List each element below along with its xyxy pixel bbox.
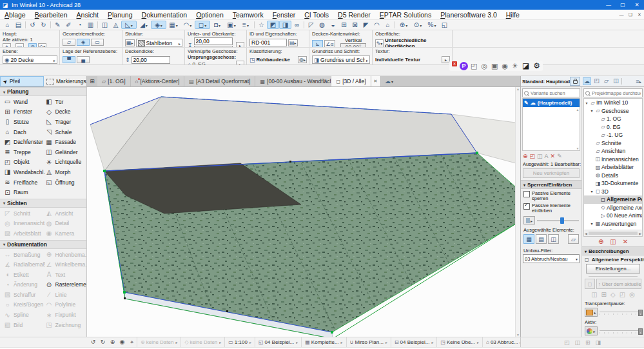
menu-item[interactable]: CI Tools (300, 11, 333, 19)
menu-item[interactable]: Ablage (0, 11, 30, 19)
drag-copy-icon[interactable]: ⊕ (396, 21, 411, 29)
toolbox-item[interactable]: ◺ Träger (45, 117, 87, 127)
lock-variant-button[interactable] (570, 77, 580, 86)
model-canvas[interactable] (87, 87, 516, 337)
window-cascade-icon[interactable]: ⊠ (349, 21, 360, 29)
tree-item[interactable]: ▱ 0. EG (584, 123, 642, 132)
tree-caret-icon[interactable]: ▾ (589, 221, 594, 226)
tree-item[interactable]: ◻ Allgemeine Perspek (584, 195, 642, 204)
above-current-button[interactable]: ↑ Über dem aktuellen ... (596, 279, 641, 289)
receive-changes-icon[interactable]: ◫ (574, 339, 580, 346)
magic-wand-icon[interactable]: ▣ (224, 21, 239, 29)
show-section-icon[interactable]: ◫ (548, 234, 559, 244)
project-search-input[interactable] (590, 90, 642, 96)
scroll-down-arrow[interactable]: ▼ (516, 333, 520, 337)
toolbox-item[interactable]: ▦ Fassade (45, 137, 87, 147)
project-search[interactable] (583, 88, 643, 97)
toolbox-item[interactable]: ◩ Dachfenster (3, 137, 45, 147)
relink-button[interactable]: Neu verknüpfen (523, 168, 580, 178)
lock-colorize-section[interactable]: ▾Sperren/Einfärben (521, 180, 581, 189)
toolbox-item[interactable]: ◧ Tür (45, 97, 87, 107)
snap-grid-icon[interactable]: ▦ (166, 21, 181, 29)
mdi-restore-button[interactable]: ❏ (626, 12, 635, 17)
edge-custom-angle-button[interactable]: ∠α (324, 40, 335, 47)
show-printed-icon[interactable]: ▤ (536, 234, 547, 244)
tree-item[interactable]: ▾ ▦ Auswertungen (584, 220, 642, 228)
new-folder-icon[interactable]: ◰ (530, 153, 536, 159)
tree-item[interactable]: ◍ Details (584, 172, 642, 180)
layout-book-icon[interactable]: ▱ (602, 77, 610, 85)
menu-item[interactable]: Fenster (268, 11, 300, 19)
tree-item[interactable]: ▾ ▱ Im Winkel 10 (584, 99, 642, 107)
maximize-button[interactable]: ▢ (616, 2, 630, 8)
element-id-input[interactable] (249, 39, 287, 46)
favorites-icon[interactable]: ☆ (256, 21, 267, 29)
snap-points-icon[interactable]: ◠ (181, 21, 195, 29)
variant-search[interactable] (522, 88, 580, 97)
delete-variant-icon[interactable]: ✕ (551, 153, 556, 159)
slider-thumb[interactable] (638, 328, 643, 335)
rotate-copy-icon[interactable]: ⊙ (411, 21, 425, 29)
move-to-folder-button[interactable]: ▱ (568, 234, 579, 244)
add-variant-icon[interactable]: ⊕ (523, 153, 528, 159)
close-tab-button[interactable]: ✕ (371, 76, 381, 86)
aktiv-swatch-button[interactable] (585, 326, 598, 335)
adjust-icon[interactable]: ◒ (327, 21, 338, 29)
building-material-dropdown[interactable]: Stahlbeton (136, 39, 182, 47)
variant-search-input[interactable] (529, 90, 580, 96)
status-segment[interactable]: ⊟ 04 Beispiel... (391, 337, 437, 347)
toolbox-item[interactable]: ∡ Radialbemaß... (3, 259, 45, 270)
variant-list[interactable]: ✎ ☁ (Hauptmodell) ▲▼ (522, 98, 580, 151)
detect-icon[interactable]: ◍ (317, 21, 327, 29)
notification-badge[interactable]: ✕ (452, 61, 457, 66)
duplicate-icon[interactable]: ◫ (537, 153, 543, 159)
toolbox-item[interactable]: ▨ Schraffur (3, 290, 45, 300)
default-settings-button[interactable]: ⌖ (3, 43, 11, 47)
axonometry-icon[interactable]: ◰ (471, 62, 477, 70)
tree-caret-icon[interactable]: ▾ (589, 108, 594, 113)
tree-item[interactable]: ▱ 1. OG (584, 115, 642, 123)
rename-icon[interactable]: A (545, 153, 549, 159)
camera-icon[interactable]: ◉ (502, 62, 508, 70)
menu-item[interactable]: Bearbeiten (30, 11, 72, 19)
tree-item[interactable]: ◨ 3D-Dokumente (584, 179, 642, 188)
menu-item[interactable]: Hilfe (502, 11, 524, 19)
toolbox-item[interactable]: ⊞ Fenster (3, 107, 45, 117)
transparent-swatch-button[interactable] (585, 308, 598, 317)
toolbox-item[interactable]: ⊙ Rasterelement (45, 280, 87, 290)
menu-item[interactable]: Planersoftware 3.0 (436, 11, 502, 19)
color-swatch-button[interactable] (523, 216, 535, 224)
tree-horizontal-scrollbar[interactable]: ◀▶ (584, 230, 642, 236)
toolbox-item[interactable]: ◹ Schale (45, 127, 87, 137)
settings-button[interactable]: Einstellungen... (586, 264, 640, 274)
toolbox-item[interactable]: ⊕ Höhenbema... (45, 250, 87, 260)
toolbox-section-sichten[interactable]: ▾Sichten (0, 199, 86, 208)
reference-top-button[interactable]: ▀ (63, 56, 75, 63)
resize-icon[interactable]: % (425, 21, 439, 29)
slab-thickness-input[interactable] (132, 56, 170, 64)
tree-item[interactable]: ▱ Schnitte (584, 139, 642, 148)
toolbox-item[interactable]: ∿ Spline (3, 310, 45, 320)
status-segment[interactable]: ▭ 1:100 (224, 337, 255, 347)
bottom-offset-input[interactable] (194, 46, 233, 47)
viewport-scrollbar[interactable]: ▲▼ (515, 87, 520, 337)
view-tab[interactable]: ◻ [3D / Alle] (331, 76, 371, 86)
toolbox-item[interactable]: ◖ Etikett (3, 270, 45, 280)
geometry-slanted-button[interactable]: ◈ (77, 39, 90, 46)
structure-type-button[interactable]: ▦ (125, 39, 135, 46)
inject-parameters-icon[interactable]: ✐ (63, 21, 74, 29)
model-compare-icon[interactable]: ◪ (522, 61, 529, 70)
show-all-elements-icon[interactable]: ▦ (523, 234, 534, 244)
beschreibungen-section[interactable]: ▾Beschreibungen (582, 246, 644, 255)
current-view-row[interactable]: ◻ Allgemeine Perspektive (582, 255, 644, 263)
tree-item[interactable]: ▾ ◻ 3D (584, 188, 642, 196)
scroll-thumb[interactable] (589, 232, 638, 235)
viewpoint-square-button[interactable]: ◻ (585, 279, 595, 289)
toolbox-item[interactable]: ○ Kreis/Bogen (3, 300, 45, 310)
publisher-icon[interactable]: ◫ (612, 77, 620, 85)
orbit-icon[interactable]: ◎ (481, 62, 487, 70)
umbau-filter-select[interactable]: 03 Abbruch/Neubau (523, 254, 580, 263)
toolbox-item[interactable]: ▨ Arbeitsblatt (3, 228, 45, 239)
colorize-intensity-slider[interactable] (537, 217, 579, 224)
toolbox-item[interactable]: ≣ Treppe (3, 147, 45, 157)
